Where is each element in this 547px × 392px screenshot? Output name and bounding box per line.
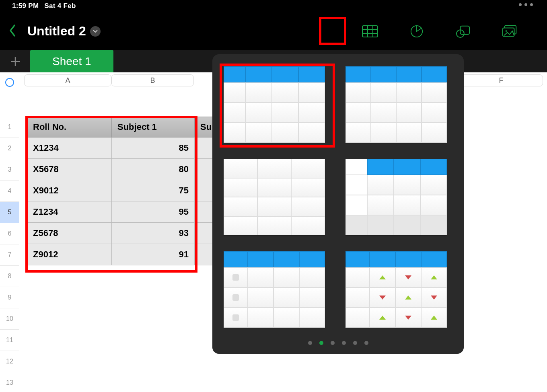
pager-dot[interactable] xyxy=(331,341,335,345)
th-subject1[interactable]: Subject 1 xyxy=(112,117,195,138)
status-date: Sat 4 Feb xyxy=(44,2,76,10)
template-grid xyxy=(224,66,452,328)
pager-dot[interactable] xyxy=(364,341,368,345)
selection-handle-icon xyxy=(5,78,14,87)
data-table[interactable]: Roll No. Subject 1 Su X123485X567880X901… xyxy=(27,117,218,265)
triangle-up-icon xyxy=(379,275,386,279)
row-header-12[interactable]: 12 xyxy=(0,351,19,372)
select-all-corner[interactable] xyxy=(0,72,19,92)
pager-dot[interactable] xyxy=(319,341,323,345)
pager-dot[interactable] xyxy=(308,341,312,345)
status-bar: 1:59 PM Sat 4 Feb xyxy=(0,0,547,12)
title-bar: Untitled 2 xyxy=(0,12,547,50)
template-option-5[interactable] xyxy=(224,251,325,328)
table-row[interactable]: X901275 xyxy=(27,180,218,201)
triangle-down-icon xyxy=(431,296,437,300)
th-roll[interactable]: Roll No. xyxy=(27,117,112,138)
template-option-2[interactable] xyxy=(345,66,447,143)
table-row[interactable]: Z567893 xyxy=(27,223,218,244)
template-option-3[interactable] xyxy=(224,159,325,235)
template-pager[interactable] xyxy=(212,341,464,345)
table-icon[interactable] xyxy=(361,23,379,40)
cell-roll[interactable]: Z9012 xyxy=(27,244,112,265)
row-header-9[interactable]: 9 xyxy=(0,287,19,308)
triangle-up-icon xyxy=(431,275,437,279)
document-title-text: Untitled 2 xyxy=(27,24,86,39)
sheet-tab-active[interactable]: Sheet 1 xyxy=(30,50,113,72)
table-row[interactable]: Z901291 xyxy=(27,244,218,265)
document-title[interactable]: Untitled 2 xyxy=(27,24,101,39)
row-header-3[interactable]: 3 xyxy=(0,159,19,181)
svg-rect-0 xyxy=(362,26,378,37)
pager-dot[interactable] xyxy=(353,341,357,345)
checkbox-icon xyxy=(232,314,239,321)
triangle-up-icon xyxy=(405,296,411,300)
cell-subject1[interactable]: 75 xyxy=(112,180,195,201)
row-header-13[interactable]: 13 xyxy=(0,372,19,392)
back-button[interactable] xyxy=(9,25,16,38)
row-header-8[interactable]: 8 xyxy=(0,266,19,287)
media-icon[interactable] xyxy=(501,23,519,40)
table-header-row: Roll No. Subject 1 Su xyxy=(27,117,218,138)
row-header-10[interactable]: 10 xyxy=(0,308,19,330)
column-header-b[interactable]: B xyxy=(111,74,194,86)
sheet-tab-label: Sheet 1 xyxy=(52,55,91,68)
checkbox-icon xyxy=(232,294,239,301)
row-header-11[interactable]: 11 xyxy=(0,330,19,351)
cell-subject1[interactable]: 80 xyxy=(112,159,195,180)
svg-point-10 xyxy=(506,30,507,32)
shape-icon[interactable] xyxy=(454,23,472,40)
cell-subject1[interactable]: 91 xyxy=(112,244,195,265)
toolbar xyxy=(361,12,519,50)
triangle-down-icon xyxy=(405,275,411,279)
table-row[interactable]: Z123495 xyxy=(27,201,218,223)
row-header-4[interactable]: 4 xyxy=(0,181,19,202)
triangle-up-icon xyxy=(379,316,386,320)
row-header-7[interactable]: 7 xyxy=(0,244,19,266)
add-sheet-button[interactable] xyxy=(0,50,30,72)
checkbox-icon xyxy=(232,274,239,281)
table-row[interactable]: X123485 xyxy=(27,138,218,159)
cell-roll[interactable]: X5678 xyxy=(27,159,112,180)
cell-roll[interactable]: Z5678 xyxy=(27,223,112,244)
row-header-1[interactable]: 1 xyxy=(0,117,19,138)
cell-subject1[interactable]: 85 xyxy=(112,138,195,159)
cell-roll[interactable]: X1234 xyxy=(27,138,112,159)
cell-subject1[interactable]: 93 xyxy=(112,223,195,244)
triangle-up-icon xyxy=(431,316,437,320)
cell-roll[interactable]: Z1234 xyxy=(27,201,112,223)
row-headers: 12345678910111213 xyxy=(0,117,19,392)
column-header-a[interactable]: A xyxy=(24,74,111,86)
cell-subject1[interactable]: 95 xyxy=(112,201,195,223)
column-header-f[interactable]: F xyxy=(459,74,543,86)
overflow-menu-icon[interactable] xyxy=(519,3,533,6)
status-time: 1:59 PM xyxy=(12,2,39,10)
row-header-2[interactable]: 2 xyxy=(0,138,19,159)
triangle-down-icon xyxy=(405,316,411,320)
template-option-4[interactable] xyxy=(345,159,447,235)
chevron-down-icon[interactable] xyxy=(90,26,101,37)
template-option-6[interactable] xyxy=(345,251,447,328)
table-row[interactable]: X567880 xyxy=(27,159,218,180)
table-template-picker xyxy=(212,54,464,354)
template-option-1[interactable] xyxy=(224,66,325,143)
chart-icon[interactable] xyxy=(408,23,426,40)
row-header-5[interactable]: 5 xyxy=(0,202,19,223)
row-header-6[interactable]: 6 xyxy=(0,223,19,244)
cell-roll[interactable]: X9012 xyxy=(27,180,112,201)
triangle-down-icon xyxy=(379,296,386,300)
pager-dot[interactable] xyxy=(342,341,346,345)
